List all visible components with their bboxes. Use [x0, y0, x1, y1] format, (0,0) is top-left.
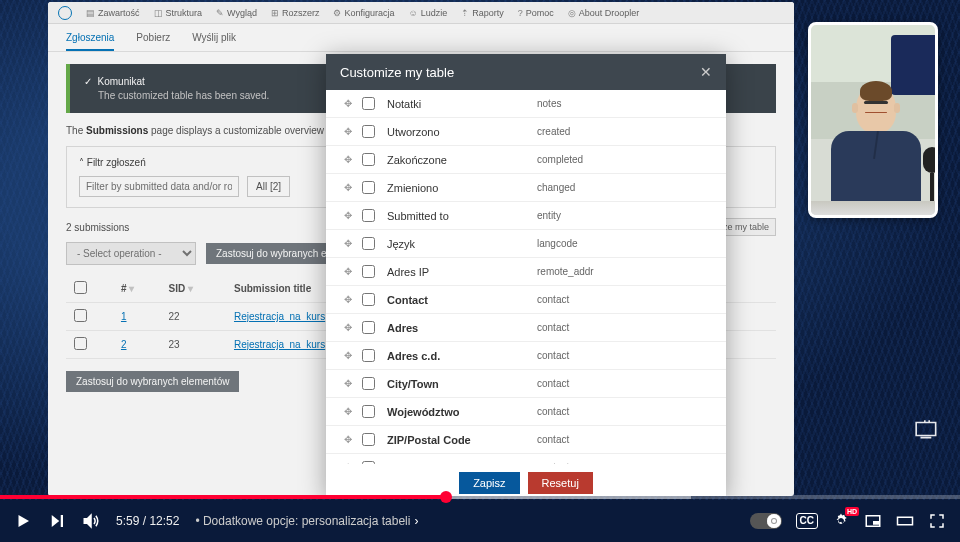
presenter-pip — [808, 22, 938, 218]
chapter-title[interactable]: • Dodatkowe opcje: personalizacja tabeli… — [195, 514, 418, 528]
drag-handle-icon[interactable]: ✥ — [344, 406, 352, 417]
field-row[interactable]: ✥ Contact contact — [326, 286, 726, 314]
field-label: Adres c.d. — [387, 350, 537, 362]
field-label: Państwo — [387, 462, 537, 465]
field-checkbox[interactable] — [362, 377, 375, 390]
drag-handle-icon[interactable]: ✥ — [344, 434, 352, 445]
drag-handle-icon[interactable]: ✥ — [344, 98, 352, 109]
modal-body[interactable]: ✥ Notatki notes✥ Utworzono created✥ Zako… — [326, 90, 726, 464]
reset-button[interactable]: Resetuj — [528, 472, 593, 494]
play-icon[interactable] — [14, 512, 32, 530]
field-checkbox[interactable] — [362, 181, 375, 194]
svg-rect-0 — [873, 521, 879, 525]
svg-rect-1 — [898, 517, 913, 525]
field-label: Submitted to — [387, 210, 537, 222]
save-button[interactable]: Zapisz — [459, 472, 519, 494]
field-key: entity — [537, 210, 561, 221]
field-key: contact — [537, 378, 569, 389]
field-label: Województwo — [387, 406, 537, 418]
modal-header: Customize my table ✕ — [326, 54, 726, 90]
close-icon[interactable]: ✕ — [700, 64, 712, 80]
hd-badge: HD — [845, 507, 859, 516]
customize-table-modal: Customize my table ✕ ✥ Notatki notes✥ Ut… — [326, 54, 726, 496]
drag-handle-icon[interactable]: ✥ — [344, 462, 352, 464]
field-label: Contact — [387, 294, 537, 306]
field-row[interactable]: ✥ Submitted to entity — [326, 202, 726, 230]
miniplayer-icon[interactable] — [864, 512, 882, 530]
video-frame: ▤Zawartość ◫Struktura ✎Wygląd ⊞Rozszerz … — [0, 0, 960, 500]
field-label: Zmieniono — [387, 182, 537, 194]
field-row[interactable]: ✥ Państwo contact — [326, 454, 726, 464]
drag-handle-icon[interactable]: ✥ — [344, 266, 352, 277]
progress-bar[interactable] — [0, 495, 960, 499]
field-row[interactable]: ✥ Zmieniono changed — [326, 174, 726, 202]
field-label: Utworzono — [387, 126, 537, 138]
field-label: Język — [387, 238, 537, 250]
field-checkbox[interactable] — [362, 293, 375, 306]
drupal-app-window: ▤Zawartość ◫Struktura ✎Wygląd ⊞Rozszerz … — [48, 2, 794, 496]
drag-handle-icon[interactable]: ✥ — [344, 182, 352, 193]
next-icon[interactable] — [48, 512, 66, 530]
field-row[interactable]: ✥ Województwo contact — [326, 398, 726, 426]
field-key: contact — [537, 350, 569, 361]
drag-handle-icon[interactable]: ✥ — [344, 294, 352, 305]
field-key: contact — [537, 406, 569, 417]
field-label: Notatki — [387, 98, 537, 110]
field-key: contact — [537, 294, 569, 305]
field-row[interactable]: ✥ Notatki notes — [326, 90, 726, 118]
drag-handle-icon[interactable]: ✥ — [344, 210, 352, 221]
field-checkbox[interactable] — [362, 461, 375, 464]
player-controls: 5:59 / 12:52 • Dodatkowe opcje: personal… — [0, 500, 960, 542]
modal-title: Customize my table — [340, 65, 454, 80]
field-label: Adres IP — [387, 266, 537, 278]
field-key: remote_addr — [537, 266, 594, 277]
field-row[interactable]: ✥ ZIP/Postal Code contact — [326, 426, 726, 454]
field-label: ZIP/Postal Code — [387, 434, 537, 446]
drag-handle-icon[interactable]: ✥ — [344, 126, 352, 137]
field-row[interactable]: ✥ Utworzono created — [326, 118, 726, 146]
field-row[interactable]: ✥ Adres c.d. contact — [326, 342, 726, 370]
field-row[interactable]: ✥ Adres contact — [326, 314, 726, 342]
theater-icon[interactable] — [896, 512, 914, 530]
field-checkbox[interactable] — [362, 237, 375, 250]
field-label: City/Town — [387, 378, 537, 390]
autoplay-toggle[interactable] — [750, 513, 782, 529]
field-checkbox[interactable] — [362, 153, 375, 166]
settings-icon[interactable]: HD — [832, 512, 850, 530]
progress-played — [0, 495, 446, 499]
field-checkbox[interactable] — [362, 405, 375, 418]
fullscreen-icon[interactable] — [928, 512, 946, 530]
field-checkbox[interactable] — [362, 349, 375, 362]
field-label: Adres — [387, 322, 537, 334]
drag-handle-icon[interactable]: ✥ — [344, 154, 352, 165]
field-checkbox[interactable] — [362, 433, 375, 446]
field-checkbox[interactable] — [362, 265, 375, 278]
field-checkbox[interactable] — [362, 125, 375, 138]
drag-handle-icon[interactable]: ✥ — [344, 350, 352, 361]
field-key: contact — [537, 434, 569, 445]
volume-icon[interactable] — [82, 512, 100, 530]
field-key: notes — [537, 98, 561, 109]
field-row[interactable]: ✥ Zakończone completed — [326, 146, 726, 174]
field-key: contact — [537, 462, 569, 464]
field-row[interactable]: ✥ Język langcode — [326, 230, 726, 258]
field-row[interactable]: ✥ City/Town contact — [326, 370, 726, 398]
drag-handle-icon[interactable]: ✥ — [344, 238, 352, 249]
field-label: Zakończone — [387, 154, 537, 166]
cast-animation-icon — [914, 418, 940, 444]
field-key: contact — [537, 322, 569, 333]
field-row[interactable]: ✥ Adres IP remote_addr — [326, 258, 726, 286]
drag-handle-icon[interactable]: ✥ — [344, 378, 352, 389]
field-checkbox[interactable] — [362, 97, 375, 110]
modal-footer: Zapisz Resetuj — [326, 464, 726, 496]
time-display: 5:59 / 12:52 — [116, 514, 179, 528]
field-checkbox[interactable] — [362, 321, 375, 334]
field-key: created — [537, 126, 570, 137]
field-checkbox[interactable] — [362, 209, 375, 222]
field-key: completed — [537, 154, 583, 165]
captions-button[interactable]: CC — [796, 513, 818, 529]
drag-handle-icon[interactable]: ✥ — [344, 322, 352, 333]
field-key: langcode — [537, 238, 578, 249]
field-key: changed — [537, 182, 575, 193]
